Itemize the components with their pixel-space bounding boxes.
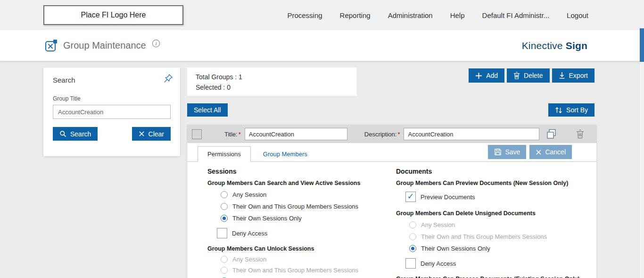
nav-logout[interactable]: Logout <box>567 11 588 19</box>
export-button-label: Export <box>569 72 588 79</box>
save-icon <box>494 148 502 156</box>
radio-label: Their Own Sessions Only <box>421 245 490 252</box>
checkbox-option[interactable]: Deny Access <box>405 258 596 269</box>
save-button[interactable]: Save <box>488 145 526 159</box>
svg-text:i: i <box>155 41 157 46</box>
selected-count: Selected : 0 <box>196 82 348 93</box>
summary-box: Total Groups : 1 Selected : 0 <box>187 67 357 96</box>
title-label-text: Title: <box>224 131 238 138</box>
radio-label: Any Session <box>232 256 266 263</box>
brand-logo: Kinective Sign <box>522 40 587 51</box>
cancel-icon <box>536 149 542 155</box>
scrollbar-track[interactable] <box>640 0 644 278</box>
search-button[interactable]: Search <box>53 127 98 141</box>
checkbox-icon[interactable] <box>217 228 227 238</box>
radio-label: Their Own Sessions Only <box>232 215 302 222</box>
sort-icon <box>555 107 562 114</box>
tab-bar: Permissions Group Members Save Cancel <box>187 143 596 162</box>
add-button-label: Add <box>486 72 498 79</box>
total-groups-count: Total Groups : 1 <box>196 72 348 82</box>
radio-icon[interactable] <box>409 233 416 240</box>
radio-option[interactable]: Any Session <box>409 221 596 228</box>
description-label-text: Description: <box>364 131 397 138</box>
documents-heading: Documents <box>396 168 596 175</box>
nav-administration[interactable]: Administration <box>388 11 433 19</box>
radio-icon[interactable] <box>409 221 416 228</box>
radio-option[interactable]: Their Own and This Group Members Session… <box>221 202 396 210</box>
radio-option[interactable]: Their Own and This Group Members Session… <box>409 233 596 240</box>
nav-reporting[interactable]: Reporting <box>340 11 371 19</box>
checkbox-option[interactable]: Deny Access <box>217 227 396 239</box>
cancel-button[interactable]: Cancel <box>529 145 572 159</box>
search-button-label: Search <box>70 130 91 138</box>
select-all-button[interactable]: Select All <box>187 103 228 117</box>
top-bar: Place FI Logo Here Processing Reporting … <box>0 0 644 30</box>
export-button[interactable]: Export <box>552 68 594 83</box>
radio-label: Their Own and This Group Members Session… <box>232 267 358 274</box>
group-title-input[interactable] <box>245 128 347 140</box>
group-title-search-input[interactable] <box>53 105 171 119</box>
radio-label: Any Session <box>232 191 266 198</box>
radio-icon[interactable] <box>221 203 228 210</box>
sessions-heading: Sessions <box>207 168 396 175</box>
checkbox-label: Preview Documents <box>421 194 475 201</box>
radio-icon[interactable] <box>409 245 416 252</box>
copy-icon[interactable] <box>546 128 557 140</box>
group-card: Title:* Description:* Permissions Group … <box>187 125 596 278</box>
add-button[interactable]: Add <box>469 68 504 83</box>
radio-icon[interactable] <box>221 256 228 263</box>
trash-icon <box>513 72 520 79</box>
row-trash-icon[interactable] <box>576 129 584 139</box>
brand-name: Kinective <box>522 40 563 51</box>
page-title: Group Maintenance <box>63 40 146 51</box>
checkbox-label: Deny Access <box>421 260 456 267</box>
pin-icon[interactable] <box>163 73 173 85</box>
tab-permissions[interactable]: Permissions <box>198 146 251 162</box>
nav-current-user[interactable]: Default FI Administr... <box>482 11 550 19</box>
tab-group-members[interactable]: Group Members <box>251 147 320 161</box>
title-label: Title:* <box>224 131 241 138</box>
radio-option[interactable]: Any Session <box>221 255 396 263</box>
checkbox-icon[interactable] <box>405 192 416 202</box>
cancel-button-label: Cancel <box>545 148 566 156</box>
group-row-header: Title:* Description:* <box>187 125 596 143</box>
nav-help[interactable]: Help <box>450 11 465 19</box>
screen: Place FI Logo Here Processing Reporting … <box>0 0 644 278</box>
radio-label: Their Own and This Group Members Session… <box>421 233 547 240</box>
description-label: Description:* <box>364 131 400 138</box>
radio-icon[interactable] <box>221 215 228 222</box>
permission-group-label: Group Members Can Unlock Sessions <box>207 245 396 252</box>
select-all-label: Select All <box>194 106 221 114</box>
sort-by-label: Sort By <box>566 106 588 114</box>
checkbox-option[interactable]: Preview Documents <box>405 191 596 202</box>
radio-icon[interactable] <box>221 191 228 198</box>
sessions-column: Sessions Group Members Can Search and Vi… <box>207 168 396 278</box>
plus-icon <box>475 72 482 79</box>
radio-icon[interactable] <box>221 267 228 274</box>
checkbox-icon[interactable] <box>405 258 416 269</box>
radio-option[interactable]: Their Own Sessions Only <box>409 244 596 252</box>
scrollbar-thumb[interactable] <box>640 28 644 62</box>
group-description-input[interactable] <box>404 128 539 140</box>
permission-group-label: Group Members Can Process Documents (Exi… <box>396 276 596 278</box>
radio-option[interactable]: Their Own Sessions Only <box>221 214 396 222</box>
delete-button[interactable]: Delete <box>507 68 549 83</box>
clear-button[interactable]: Clear <box>132 127 171 141</box>
group-title-label: Group Title <box>53 95 171 102</box>
delete-button-label: Delete <box>524 72 543 79</box>
sort-by-button[interactable]: Sort By <box>548 103 594 117</box>
group-select-checkbox[interactable] <box>192 129 202 139</box>
fi-logo-placeholder: Place FI Logo Here <box>43 5 183 25</box>
tab-actions: Save Cancel <box>488 145 572 159</box>
nav-processing[interactable]: Processing <box>287 11 322 19</box>
radio-option[interactable]: Any Session <box>221 191 396 198</box>
radio-label: Any Session <box>421 221 455 228</box>
top-nav: Processing Reporting Administration Help… <box>287 11 588 19</box>
group-maintenance-icon <box>45 39 58 52</box>
toolbar: Add Delete Export <box>469 68 594 83</box>
radio-option[interactable]: Their Own and This Group Members Session… <box>221 266 396 274</box>
info-icon[interactable]: i <box>152 39 160 48</box>
documents-column: Documents Group Members Can Preview Docu… <box>396 168 596 278</box>
search-panel-title: Search <box>53 76 171 84</box>
description-required-mark: * <box>397 131 400 138</box>
